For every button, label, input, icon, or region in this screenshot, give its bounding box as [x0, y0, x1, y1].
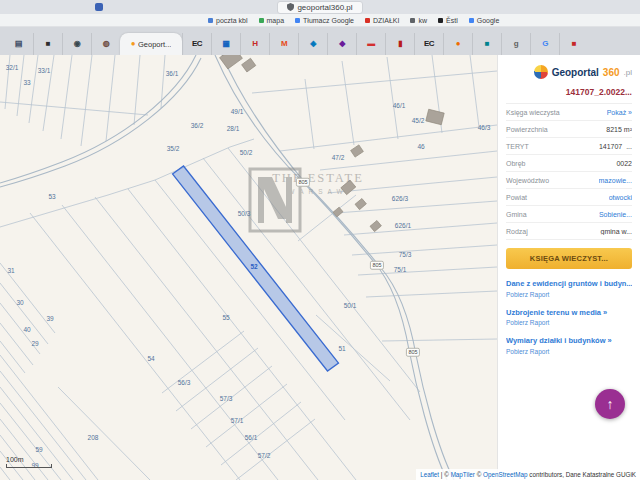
- info-value-link[interactable]: Sobienie...: [599, 211, 632, 218]
- scale-control: 100m: [6, 456, 52, 468]
- parcel-id-title: 141707_2.0022...: [506, 87, 632, 104]
- bookmark-favicon: [365, 18, 370, 23]
- url-bar[interactable]: geoportal360.pl: [277, 1, 362, 14]
- tab[interactable]: g: [501, 33, 530, 55]
- bookmark-favicon: [438, 18, 443, 23]
- info-row: Księga wieczystaPokaż »: [506, 104, 632, 121]
- attribution-link[interactable]: OpenStreetMap: [483, 471, 527, 478]
- tab-favicon: ●: [131, 40, 135, 48]
- bookmark-item[interactable]: poczta kbl: [208, 17, 248, 24]
- report-link[interactable]: Dane z ewidencji gruntów i budyn...: [506, 279, 632, 288]
- parcel-label: 59: [35, 446, 42, 453]
- parcel-label: 626/3: [392, 195, 408, 202]
- info-label: Powiat: [506, 194, 527, 201]
- tab[interactable]: ■: [33, 33, 62, 55]
- parcel-label: 30: [16, 299, 23, 306]
- browser-extension-icon[interactable]: [95, 3, 103, 11]
- tab[interactable]: ■: [472, 33, 501, 55]
- parcel-label: 56/3: [178, 379, 191, 386]
- tab-favicon: ■: [572, 40, 576, 48]
- map-attribution: Leaflet | © MapTiler © OpenStreetMap con…: [416, 469, 640, 480]
- tab-favicon: ◍: [103, 40, 109, 48]
- parcel-label: 50/1: [344, 302, 357, 309]
- tab[interactable]: ◍: [91, 33, 120, 55]
- tab[interactable]: ◉: [62, 33, 91, 55]
- tab-active[interactable]: ●Geoport...: [120, 33, 182, 55]
- tab[interactable]: ◈: [298, 33, 327, 55]
- info-value-link[interactable]: Pokaż »: [607, 109, 632, 116]
- bookmark-item[interactable]: kw: [410, 17, 427, 24]
- ksiega-wieczysta-button[interactable]: KSIĘGA WIECZYST...: [506, 248, 632, 269]
- report-link[interactable]: Wymiary działki i budynków »: [506, 336, 632, 345]
- tab[interactable]: G: [530, 33, 559, 55]
- info-value: gmina w...: [600, 228, 632, 235]
- report-link[interactable]: Uzbrojenie terenu w media »: [506, 308, 632, 317]
- download-report-link[interactable]: Pobierz Raport: [506, 291, 632, 298]
- panel-rows: Księga wieczystaPokaż »Powierzchnia8215 …: [506, 104, 632, 240]
- scale-line: [6, 464, 52, 468]
- info-row: GminaSobienie...: [506, 206, 632, 223]
- road-number-badge: 805: [370, 261, 384, 270]
- parcel-label: 53: [48, 193, 55, 200]
- report-link-group: Dane z ewidencji gruntów i budyn...Pobie…: [506, 279, 632, 298]
- tab[interactable]: M: [269, 33, 298, 55]
- attribution-link[interactable]: Leaflet: [420, 471, 439, 478]
- bookmark-item[interactable]: DZIAŁKI: [365, 17, 399, 24]
- parcel-label: 46/3: [478, 124, 491, 131]
- tab[interactable]: H: [240, 33, 269, 55]
- parcel-label: 36/2: [191, 122, 204, 129]
- bookmark-label: Google: [477, 17, 500, 24]
- bookmark-item[interactable]: mapa: [259, 17, 285, 24]
- parcel-label: 39: [46, 315, 53, 322]
- attribution-text: ©: [475, 471, 483, 478]
- scroll-top-button[interactable]: ↑: [595, 389, 625, 419]
- info-row: Województwomazowie...: [506, 172, 632, 189]
- parcel-label: 33: [23, 79, 30, 86]
- tab-favicon: M: [281, 40, 287, 48]
- info-label: Województwo: [506, 177, 549, 184]
- parcel-label: 46: [417, 143, 424, 150]
- info-label: Obręb: [506, 160, 525, 167]
- tab-favicon: ●: [456, 40, 460, 48]
- tab[interactable]: ▤: [4, 33, 33, 55]
- tab[interactable]: EC: [182, 33, 211, 55]
- info-row: Powiatotwocki: [506, 189, 632, 206]
- browser-titlebar: geoportal360.pl: [0, 0, 640, 14]
- tab[interactable]: ●: [443, 33, 472, 55]
- info-label: Rodzaj: [506, 228, 528, 235]
- tab[interactable]: ◆: [327, 33, 356, 55]
- bookmark-item[interactable]: Tłumacz Google: [295, 17, 354, 24]
- download-report-link[interactable]: Pobierz Raport: [506, 319, 632, 326]
- tab[interactable]: EC: [414, 33, 443, 55]
- info-label: Powierzchnia: [506, 126, 548, 133]
- parcel-label: 50/2: [240, 149, 253, 156]
- road-number-badge: 805: [406, 348, 420, 357]
- parcel-label: 36/1: [166, 70, 179, 77]
- estate-monogram-icon: [248, 167, 302, 233]
- info-value-link[interactable]: otwocki: [609, 194, 632, 201]
- bookmark-favicon: [410, 18, 415, 23]
- tab[interactable]: ▮: [385, 33, 414, 55]
- download-report-link[interactable]: Pobierz Raport: [506, 348, 632, 355]
- info-value-link[interactable]: mazowie...: [599, 177, 632, 184]
- bookmark-item[interactable]: Google: [469, 17, 500, 24]
- bookmark-label: mapa: [267, 17, 285, 24]
- tab[interactable]: ▦: [211, 33, 240, 55]
- bookmark-label: poczta kbl: [216, 17, 248, 24]
- tab-favicon: EC: [424, 40, 434, 48]
- tab-favicon: EC: [192, 40, 202, 48]
- parcel-label: 55: [222, 314, 229, 321]
- tab-favicon: ◉: [74, 40, 80, 48]
- map-canvas[interactable]: THE ESTATE WARSAW 32/133/13336/136/249/1…: [0, 55, 497, 480]
- tab[interactable]: ▬: [356, 33, 385, 55]
- bookmark-item[interactable]: Ěstl: [438, 17, 458, 24]
- tab[interactable]: ■: [559, 33, 588, 55]
- parcel-label: 35/2: [167, 145, 180, 152]
- attribution-text: contributors, Dane Katastralne GUGiK: [528, 471, 637, 478]
- parcel-label: 29: [31, 340, 38, 347]
- road-number-badge: 805: [296, 178, 310, 187]
- info-label: Gmina: [506, 211, 527, 218]
- attribution-link[interactable]: MapTiler: [451, 471, 475, 478]
- parcel-label: 46/1: [393, 102, 406, 109]
- geoportal-logo: Geoportal360.pl: [506, 65, 632, 79]
